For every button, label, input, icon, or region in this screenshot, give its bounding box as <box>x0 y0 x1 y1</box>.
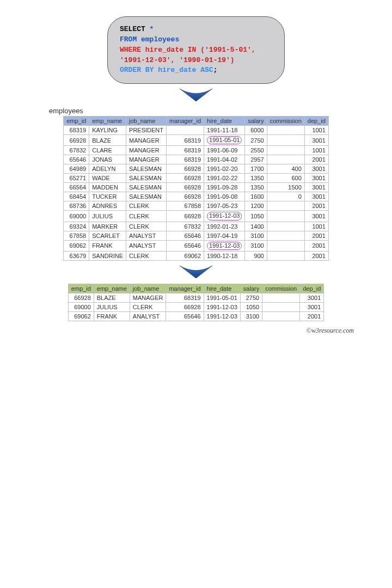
cell-salary: 1050 <box>240 302 262 311</box>
cell-commission <box>267 231 304 240</box>
cell-emp_name: SANDRINE <box>89 251 126 260</box>
cell-emp_name: CLARE <box>89 146 126 155</box>
table-row: 69000JULIUSCLERK669281991-12-0310503001 <box>64 211 329 222</box>
cell-emp_name: BLAZE <box>94 293 130 302</box>
cell-commission: 600 <box>267 174 304 183</box>
cell-hire_date: 1997-05-23 <box>204 201 245 211</box>
sql-line-5: ORDER BY hire_date ASC; <box>120 65 272 76</box>
cell-job_name: MANAGER <box>126 135 167 146</box>
cell-hire_date: 1991-02-22 <box>204 174 245 183</box>
cell-emp_name: JULIUS <box>94 302 130 311</box>
cell-job_name: SALESMAN <box>126 183 167 192</box>
result-table: emp_idemp_namejob_namemanager_idhire_dat… <box>68 284 324 321</box>
col-header-hire_date: hire_date <box>204 117 245 126</box>
cell-manager_id: 67832 <box>167 222 204 231</box>
cell-hire_date: 1991-06-09 <box>204 146 245 155</box>
cell-dep_id: 3001 <box>300 293 324 302</box>
cell-emp_id: 67832 <box>64 146 89 155</box>
cell-salary: 2750 <box>240 293 262 302</box>
cell-dep_id: 1001 <box>304 146 328 155</box>
cell-commission <box>267 211 304 222</box>
cell-hire_date: 1992-01-23 <box>204 222 245 231</box>
cell-manager_id: 65646 <box>167 240 204 251</box>
cell-salary: 1400 <box>245 222 267 231</box>
cell-emp_id: 66928 <box>64 135 89 146</box>
table-row: 65646JONASMANAGER683191991-04-0229572001 <box>64 155 329 164</box>
col-header-commission: commission <box>267 117 304 126</box>
cell-emp_name: FRANK <box>89 240 126 251</box>
cell-hire_date: 1990-12-18 <box>204 251 245 260</box>
cell-commission <box>267 135 304 146</box>
table-row: 69324MARKERCLERK678321992-01-2314001001 <box>64 222 329 231</box>
cell-manager_id: 65646 <box>166 311 204 321</box>
cell-manager_id: 68319 <box>167 155 204 164</box>
cell-salary: 3100 <box>245 240 267 251</box>
cell-emp_name: ADELYN <box>89 164 126 174</box>
cell-emp_id: 68454 <box>64 192 89 201</box>
table-row: 68736ADNRESCLERK678581997-05-2312002001 <box>64 201 329 211</box>
cell-dep_id: 2001 <box>304 231 328 240</box>
cell-salary: 2550 <box>245 146 267 155</box>
table-row: 69000JULIUSCLERK669281991-12-0310503001 <box>68 302 324 311</box>
cell-salary: 1700 <box>245 164 267 174</box>
cell-dep_id: 3001 <box>304 135 328 146</box>
col-header-manager_id: manager_id <box>167 117 204 126</box>
cell-dep_id: 2001 <box>304 201 328 211</box>
cell-salary: 3100 <box>245 231 267 240</box>
cell-salary: 1600 <box>245 192 267 201</box>
cell-emp_id: 69000 <box>68 302 94 311</box>
cell-hire_date: 1991-05-01 <box>204 135 245 146</box>
cell-dep_id: 3001 <box>300 302 324 311</box>
cell-hire_date: 1991-12-03 <box>204 311 240 321</box>
col-header-salary: salary <box>240 284 262 293</box>
cell-manager_id: 68319 <box>167 146 204 155</box>
table-row: 69062FRANKANALYST656461991-12-0331002001 <box>64 240 329 251</box>
table-row: 68454TUCKERSALESMAN669281991-09-08160003… <box>64 192 329 201</box>
cell-salary: 1050 <box>245 211 267 222</box>
cell-salary: 1200 <box>245 201 267 211</box>
cell-salary: 6000 <box>245 126 267 135</box>
cell-salary: 900 <box>245 251 267 260</box>
cell-emp_name: BLAZE <box>89 135 126 146</box>
cell-dep_id: 3001 <box>304 192 328 201</box>
table-row: 67858SCARLETANALYST656461997-04-19310020… <box>64 231 329 240</box>
cell-dep_id: 3001 <box>304 211 328 222</box>
cell-dep_id: 2001 <box>304 155 328 164</box>
highlighted-date: 1991-05-01 <box>207 136 242 144</box>
cell-commission <box>267 222 304 231</box>
cell-salary: 2750 <box>245 135 267 146</box>
cell-emp_name: ADNRES <box>89 201 126 211</box>
col-header-emp_name: emp_name <box>94 284 130 293</box>
cell-hire_date: 1991-04-02 <box>204 155 245 164</box>
cell-salary: 1350 <box>245 174 267 183</box>
cell-emp_id: 69000 <box>64 211 89 222</box>
table-row: 66928BLAZEMANAGER683191991-05-0127503001 <box>64 135 329 146</box>
cell-emp_id: 64989 <box>64 164 89 174</box>
cell-emp_name: FRANK <box>94 311 130 321</box>
cell-manager_id: 67858 <box>167 201 204 211</box>
cell-job_name: MANAGER <box>126 155 167 164</box>
cell-hire_date: 1991-11-18 <box>204 126 245 135</box>
cell-hire_date: 1991-09-08 <box>204 192 245 201</box>
sql-line-3: WHERE hire_date IN ('1991-5-01', <box>120 45 272 56</box>
cell-hire_date: 1991-02-20 <box>204 164 245 174</box>
col-header-manager_id: manager_id <box>166 284 204 293</box>
sql-line-4: '1991-12-03', '1990-01-19') <box>120 56 272 66</box>
cell-manager_id <box>167 126 204 135</box>
cell-manager_id: 66928 <box>167 164 204 174</box>
cell-job_name: CLERK <box>126 211 167 222</box>
col-header-emp_id: emp_id <box>64 117 89 126</box>
cell-dep_id: 3001 <box>304 183 328 192</box>
cell-dep_id: 2001 <box>300 311 324 321</box>
cell-commission <box>267 240 304 251</box>
sql-line-1: SELECT * <box>120 24 272 35</box>
cell-manager_id: 66928 <box>167 183 204 192</box>
employees-table-title: employees <box>16 107 376 115</box>
col-header-job_name: job_name <box>130 284 166 293</box>
cell-job_name: ANALYST <box>130 311 166 321</box>
sql-query-bubble: SELECT * FROM employees WHERE hire_date … <box>107 16 285 84</box>
cell-emp_name: KAYLING <box>89 126 126 135</box>
cell-emp_id: 69324 <box>64 222 89 231</box>
cell-manager_id: 66928 <box>167 211 204 222</box>
cell-commission <box>262 302 300 311</box>
